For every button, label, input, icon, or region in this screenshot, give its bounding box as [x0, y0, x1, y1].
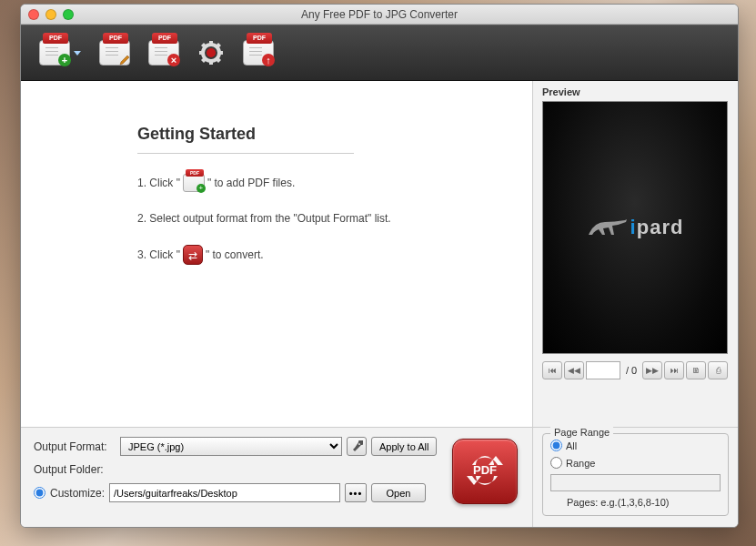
page-range-legend: Page Range	[550, 427, 613, 438]
x-icon: ×	[167, 54, 180, 66]
plus-icon: +	[58, 54, 71, 66]
format-settings-button[interactable]	[347, 437, 367, 456]
browse-button[interactable]: •••	[345, 483, 367, 502]
step-3: 3. Click " " to convert.	[137, 245, 498, 265]
page-range-range-label: Range	[566, 458, 595, 469]
convert-inline-icon	[183, 245, 203, 265]
page-range-all-radio[interactable]	[550, 440, 562, 451]
chevron-down-icon[interactable]	[74, 51, 81, 56]
next-page-button[interactable]: ▶▶	[642, 361, 662, 379]
output-path-input[interactable]	[109, 483, 340, 502]
preview-label: Preview	[542, 86, 729, 97]
customize-radio[interactable]	[34, 487, 45, 499]
wrench-icon	[350, 440, 363, 453]
apply-all-button[interactable]: Apply to All	[371, 437, 437, 456]
traffic-lights	[28, 9, 74, 20]
arrow-up-icon: ↑	[262, 54, 275, 66]
preview-nav: ⏮ ◀◀ / 0 ▶▶ ⏭ 🗎 ⎙	[542, 361, 729, 379]
page-range-hint: Pages: e.g.(1,3,6,8-10)	[567, 497, 721, 508]
pdf-add-icon: PDF	[43, 33, 68, 44]
page-range-panel: Page Range All Range Pages: e.g.(1,3,6,8…	[532, 428, 738, 527]
close-button[interactable]	[28, 9, 39, 20]
pdf-remove-icon: PDF	[152, 33, 177, 44]
getting-started-title: Getting Started	[137, 125, 498, 144]
remove-pdf-button[interactable]: PDF ×	[148, 40, 179, 66]
main-panel: Getting Started 1. Click " PDF+ " to add…	[21, 81, 532, 427]
page-total: / 0	[622, 365, 640, 376]
copy-button[interactable]: ⎙	[708, 361, 728, 379]
output-folder-label: Output Folder:	[34, 463, 104, 476]
preview-panel: Preview ipard ⏮ ◀◀ / 0 ▶▶ ⏭ 🗎 ⎙	[532, 81, 738, 427]
first-page-button[interactable]: ⏮	[542, 361, 562, 379]
open-folder-button[interactable]: Open	[371, 483, 426, 502]
divider	[137, 153, 354, 154]
page-range-fieldset: Page Range All Range Pages: e.g.(1,3,6,8…	[542, 433, 729, 516]
convert-pdf-icon: PDF	[459, 445, 510, 499]
snapshot-button[interactable]: 🗎	[686, 361, 706, 379]
prev-page-button[interactable]: ◀◀	[564, 361, 584, 379]
edit-pdf-button[interactable]: PDF	[99, 40, 130, 66]
pdf-add-inline-icon: PDF+	[183, 174, 205, 192]
output-settings: Output Format: JPEG (*.jpg) Apply to All…	[21, 428, 532, 527]
app-window: Any Free PDF to JPG Converter PDF + PDF …	[20, 4, 739, 528]
output-format-select[interactable]: JPEG (*.jpg)	[120, 437, 342, 456]
content-area: Getting Started 1. Click " PDF+ " to add…	[21, 81, 738, 427]
add-pdf-button[interactable]: PDF +	[39, 40, 81, 66]
export-pdf-button[interactable]: PDF ↑	[243, 40, 274, 66]
page-range-all-label: All	[566, 440, 577, 451]
output-format-label: Output Format:	[34, 440, 116, 453]
settings-button[interactable]	[197, 39, 225, 66]
preview-box: ipard	[542, 101, 728, 354]
convert-button[interactable]: PDF	[452, 439, 518, 504]
customize-label: Customize:	[50, 487, 105, 500]
toolbar: PDF + PDF PDF ×	[21, 25, 738, 81]
cheetah-icon	[587, 217, 629, 238]
pdf-edit-icon: PDF	[103, 33, 128, 44]
pencil-icon	[118, 54, 131, 66]
last-page-button[interactable]: ⏭	[664, 361, 684, 379]
svg-text:PDF: PDF	[473, 463, 497, 477]
bottom-panel: Output Format: JPEG (*.jpg) Apply to All…	[21, 427, 738, 527]
logo-text: ipard	[630, 216, 684, 239]
step-1: 1. Click " PDF+ " to add PDF files.	[137, 174, 498, 192]
zoom-button[interactable]	[63, 9, 74, 20]
page-range-range-radio[interactable]	[550, 457, 562, 469]
step-2: 2. Select output format from the "Output…	[137, 212, 498, 225]
page-input[interactable]	[586, 361, 620, 379]
gear-icon	[197, 39, 225, 66]
pdf-export-icon: PDF	[247, 33, 272, 44]
tipard-logo: ipard	[587, 216, 684, 239]
svg-point-2	[207, 49, 216, 57]
window-title: Any Free PDF to JPG Converter	[21, 8, 738, 21]
page-range-input[interactable]	[550, 474, 721, 491]
minimize-button[interactable]	[45, 9, 56, 20]
titlebar[interactable]: Any Free PDF to JPG Converter	[21, 5, 738, 25]
